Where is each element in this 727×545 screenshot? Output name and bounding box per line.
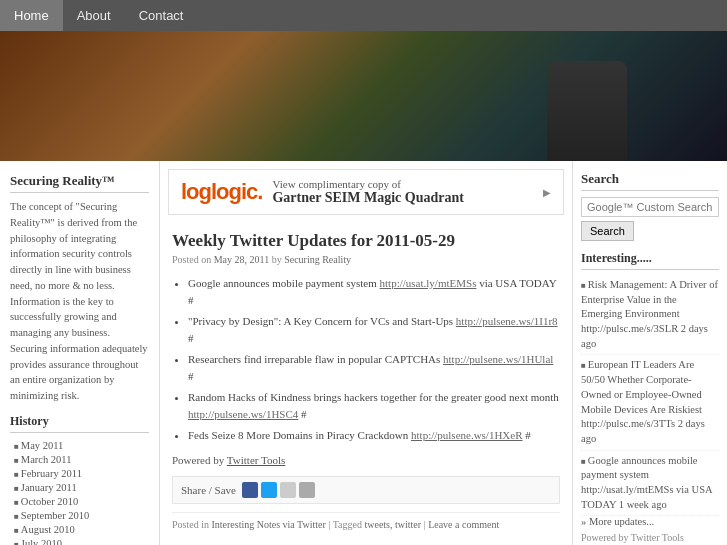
share-icon-extra1[interactable] — [280, 482, 296, 498]
footer-tagged: Tagged — [333, 519, 362, 530]
blog-description: The concept of "Securing Reality™" is de… — [10, 199, 149, 404]
nav-item-about[interactable]: About — [63, 0, 125, 31]
footer-category-link[interactable]: Interesting Notes via Twitter — [211, 519, 325, 530]
search-box: Search — [581, 197, 719, 241]
article-bullets: Google announces mobile payment system h… — [172, 275, 560, 444]
share-icon-extra2[interactable] — [299, 482, 315, 498]
interesting-item: Risk Management: A Driver of Enterprise … — [581, 275, 719, 355]
interesting-list: Risk Management: A Driver of Enterprise … — [581, 275, 719, 516]
bullet-link[interactable]: http://pulsene.ws/1HXeR — [411, 429, 523, 441]
nav-item-home[interactable]: Home — [0, 0, 63, 31]
interesting-item: European IT Leaders Are 50/50 Whether Co… — [581, 355, 719, 450]
interesting-item-link[interactable]: Google announces mobile payment system h… — [581, 455, 712, 510]
nav-item-contact[interactable]: Contact — [125, 0, 198, 31]
search-input[interactable] — [581, 197, 719, 217]
article-bullet: Random Hacks of Kindness brings hackers … — [188, 389, 560, 422]
history-item[interactable]: July 2010 — [14, 536, 149, 545]
more-updates-link[interactable]: » More updates... — [581, 516, 719, 527]
nav-link-contact[interactable]: Contact — [125, 0, 198, 31]
bullet-link[interactable]: http://usat.ly/mtEMSs — [380, 277, 477, 289]
search-button[interactable]: Search — [581, 221, 634, 241]
header-image — [0, 31, 727, 161]
meta-posted: Posted on — [172, 254, 211, 265]
bullet-link[interactable]: http://pulsene.ws/1HUlal — [443, 353, 553, 365]
main-content: loglogic. View complimentary copy of Gar… — [160, 161, 572, 545]
post-meta: Posted on May 28, 2011 by Securing Reali… — [172, 254, 560, 265]
meta-date-link[interactable]: May 28, 2011 — [214, 254, 269, 265]
article: Weekly Twitter Updates for 2011-05-29 Po… — [160, 223, 572, 538]
interesting-title: Interesting..... — [581, 251, 719, 270]
history-item[interactable]: September 2010 — [14, 508, 149, 522]
bullet-link[interactable]: http://pulsene.ws/1HSC4 — [188, 408, 298, 420]
article-bullet: "Privacy by Design": A Key Concern for V… — [188, 313, 560, 346]
loglogic-logo: loglogic. — [181, 179, 262, 205]
ad-arrow-icon: ▶ — [543, 187, 551, 198]
article-title: Weekly Twitter Updates for 2011-05-29 — [172, 231, 560, 251]
article-bullet: Researchers find irreparable flaw in pop… — [188, 351, 560, 384]
ad-tagline: View complimentary copy of — [272, 178, 463, 190]
share-bar[interactable]: Share / Save — [172, 476, 560, 504]
footer-posted-in: Posted in — [172, 519, 209, 530]
history-item[interactable]: October 2010 — [14, 494, 149, 508]
ad-title: Gartner SEIM Magic Quadrant — [272, 190, 463, 206]
powered-by: Powered by Twitter Tools — [172, 454, 560, 466]
history-item[interactable]: January 2011 — [14, 480, 149, 494]
article-bullet: Google announces mobile payment system h… — [188, 275, 560, 308]
twitter-tools-link[interactable]: Twitter Tools — [227, 454, 285, 466]
history-item[interactable]: August 2010 — [14, 522, 149, 536]
nav-link-about[interactable]: About — [63, 0, 125, 31]
left-sidebar: Securing Reality™ The concept of "Securi… — [0, 161, 160, 545]
footer-tags-link[interactable]: tweets, twitter — [364, 519, 421, 530]
interesting-item-link[interactable]: European IT Leaders Are 50/50 Whether Co… — [581, 359, 705, 443]
blog-title: Securing Reality™ — [10, 173, 149, 193]
facebook-share-icon[interactable] — [242, 482, 258, 498]
interesting-item-link[interactable]: Risk Management: A Driver of Enterprise … — [581, 279, 718, 349]
history-item[interactable]: February 2011 — [14, 466, 149, 480]
powered-twitter: Powered by Twitter Tools — [581, 532, 719, 543]
interesting-item: Google announces mobile payment system h… — [581, 451, 719, 517]
right-sidebar: Search Search Interesting..... Risk Mana… — [572, 161, 727, 545]
article-bullet: Feds Seize 8 More Domains in Piracy Crac… — [188, 427, 560, 444]
search-title: Search — [581, 171, 719, 191]
post-footer: Posted in Interesting Notes via Twitter … — [172, 512, 560, 530]
ad-banner[interactable]: loglogic. View complimentary copy of Gar… — [168, 169, 564, 215]
history-item[interactable]: March 2011 — [14, 452, 149, 466]
nav-bar: Home About Contact — [0, 0, 727, 31]
meta-by: by — [272, 254, 282, 265]
share-label: Share / Save — [181, 484, 236, 496]
meta-author-link[interactable]: Securing Reality — [284, 254, 351, 265]
footer-comment-link[interactable]: Leave a comment — [428, 519, 499, 530]
history-item[interactable]: May 2011 — [14, 438, 149, 452]
header-person-silhouette — [547, 61, 627, 161]
nav-link-home[interactable]: Home — [0, 0, 63, 31]
share-icons — [242, 482, 315, 498]
bullet-link[interactable]: http://pulsene.ws/1I1r8 — [456, 315, 558, 327]
history-list: May 2011March 2011February 2011January 2… — [10, 438, 149, 545]
twitter-share-icon[interactable] — [261, 482, 277, 498]
history-title: History — [10, 414, 149, 433]
